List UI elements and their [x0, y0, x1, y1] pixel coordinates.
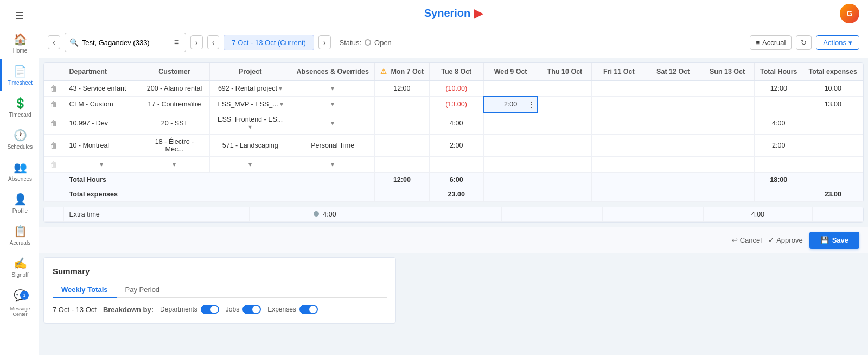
- absences-dropdown-icon[interactable]: ▾: [331, 100, 334, 108]
- breakdown-label: Breakdown by:: [103, 306, 154, 314]
- dept-empty[interactable]: ▾: [63, 157, 139, 173]
- summary-row: 7 Oct - 13 Oct Breakdown by: Departments…: [53, 305, 387, 314]
- employee-search-input[interactable]: Test, Gagandev (333): [82, 39, 169, 47]
- abs-empty[interactable]: ▾: [291, 157, 374, 173]
- proj-empty[interactable]: ▾: [209, 157, 291, 173]
- sidebar-item-absences[interactable]: 👥 Absences: [0, 155, 39, 187]
- tue-cell[interactable]: (10.00): [429, 80, 483, 97]
- absences-dropdown-icon[interactable]: ▾: [331, 85, 334, 92]
- app-logo: Synerion ▶: [424, 7, 483, 21]
- col-header-fri: Fri 11 Oct: [592, 63, 646, 80]
- thu-cell[interactable]: [538, 80, 592, 97]
- accrual-button[interactable]: ≡ Accrual: [750, 35, 792, 50]
- expenses-label: Expenses: [267, 306, 296, 313]
- total-expenses-cell: 13.00: [803, 97, 863, 112]
- accruals-icon: 📋: [14, 225, 27, 238]
- thu-cell[interactable]: [538, 135, 592, 157]
- save-button[interactable]: 💾 Save: [809, 232, 859, 249]
- tue-cell[interactable]: 2:00: [429, 135, 483, 157]
- delete-cell: 🗑: [44, 112, 63, 135]
- project-dropdown-icon[interactable]: ▾: [279, 85, 282, 92]
- sun-cell[interactable]: [700, 112, 755, 135]
- sidebar-item-profile[interactable]: 👤 Profile: [0, 187, 39, 219]
- prev-employee-button[interactable]: ‹: [48, 35, 60, 49]
- mon-cell[interactable]: [374, 112, 429, 135]
- expenses-toggle[interactable]: [299, 305, 318, 314]
- department-cell: 43 - Service enfant: [63, 80, 139, 97]
- customer-cell: 17 - Contremaître: [139, 97, 210, 112]
- hamburger-menu[interactable]: ☰: [10, 4, 29, 27]
- project-dropdown-icon[interactable]: ▾: [280, 100, 283, 108]
- sidebar-item-messages[interactable]: 💬 1 Message Center: [0, 283, 39, 322]
- wed-cell[interactable]: [483, 80, 538, 97]
- sidebar-item-timesheet[interactable]: 📄 Timesheet: [0, 59, 39, 91]
- status-dot-icon: [365, 39, 371, 46]
- table-row: 🗑 CTM - Custom 17 - Contremaître ESS_MVP…: [44, 97, 863, 112]
- jobs-toggle[interactable]: [242, 305, 261, 314]
- delete-row-button[interactable]: 🗑: [50, 141, 58, 150]
- sidebar-item-schedules[interactable]: 🕐 Schedules: [0, 123, 39, 155]
- mon-cell[interactable]: [374, 97, 429, 112]
- tue-cell[interactable]: 4:00: [429, 112, 483, 135]
- dept-dropdown-icon[interactable]: ▾: [100, 161, 103, 168]
- project-dropdown-icon[interactable]: ▾: [248, 123, 252, 131]
- sidebar-item-accruals[interactable]: 📋 Accruals: [0, 219, 39, 251]
- approve-button[interactable]: ✓ Approve: [768, 236, 802, 244]
- timesheet-icon: 📄: [14, 65, 27, 78]
- sat-cell[interactable]: [646, 97, 700, 112]
- sun-cell[interactable]: [700, 97, 755, 112]
- col-header-total-expenses: Total expenses: [803, 63, 863, 80]
- delete-row-button-empty[interactable]: 🗑: [50, 160, 58, 169]
- sun-cell[interactable]: [700, 135, 755, 157]
- delete-row-button[interactable]: 🗑: [50, 84, 58, 93]
- abs-dropdown-icon[interactable]: ▾: [331, 161, 334, 168]
- sidebar-label-messages: Message Center: [5, 306, 35, 317]
- fri-cell[interactable]: [592, 80, 646, 97]
- thu-cell[interactable]: [538, 112, 592, 135]
- cust-empty[interactable]: ▾: [139, 157, 210, 173]
- sidebar-label-home: Home: [13, 48, 28, 54]
- absences-cell: ▾: [291, 112, 374, 135]
- tab-pay-period[interactable]: Pay Period: [117, 282, 169, 298]
- extra-time-table: Extra time 4:00 4:00: [44, 207, 863, 222]
- cust-dropdown-icon[interactable]: ▾: [173, 161, 176, 168]
- sat-cell[interactable]: [646, 80, 700, 97]
- wed-cell[interactable]: [483, 135, 538, 157]
- tab-weekly-totals[interactable]: Weekly Totals: [53, 282, 117, 298]
- warning-icon: ⚠: [380, 68, 387, 75]
- sidebar-item-timecard[interactable]: 💲 Timecard: [0, 91, 39, 123]
- delete-row-button[interactable]: 🗑: [50, 100, 58, 109]
- tue-cell[interactable]: (13.00): [429, 97, 483, 112]
- user-avatar[interactable]: G: [840, 4, 859, 23]
- fri-cell[interactable]: [592, 97, 646, 112]
- delete-cell: 🗑: [44, 135, 63, 157]
- mon-cell[interactable]: 12:00: [374, 80, 429, 97]
- delete-row-button[interactable]: 🗑: [50, 119, 58, 128]
- project-cell: 692 - Rental project ▾: [209, 80, 291, 97]
- cell-options-icon[interactable]: ⋮: [528, 100, 535, 109]
- absences-dropdown-icon[interactable]: ▾: [331, 119, 334, 127]
- sat-cell[interactable]: [646, 112, 700, 135]
- proj-dropdown-icon[interactable]: ▾: [248, 161, 252, 168]
- filter-icon[interactable]: ≡: [172, 35, 181, 49]
- wed-cell[interactable]: [483, 112, 538, 135]
- wed-cell-selected[interactable]: 2:00 ⋮: [483, 97, 538, 112]
- sun-cell[interactable]: [700, 80, 755, 97]
- actions-button[interactable]: Actions ▾: [816, 35, 859, 50]
- cancel-button[interactable]: ↩ Cancel: [732, 236, 762, 244]
- fri-cell[interactable]: [592, 112, 646, 135]
- next-week-nav-button[interactable]: ›: [318, 35, 331, 49]
- next-week-button[interactable]: ›: [190, 35, 203, 49]
- thu-cell[interactable]: [538, 97, 592, 112]
- sidebar-item-home[interactable]: 🏠 Home: [0, 27, 39, 59]
- col-header-project: Project: [209, 63, 291, 80]
- fri-cell[interactable]: [592, 135, 646, 157]
- sidebar-item-signoff[interactable]: ✍️ Signoff: [0, 251, 39, 283]
- prev-week-button[interactable]: ‹: [207, 35, 220, 49]
- mon-cell[interactable]: [374, 135, 429, 157]
- customer-cell: 18 - Électro - Méc...: [139, 135, 210, 157]
- refresh-button[interactable]: ↻: [796, 35, 812, 50]
- sidebar-label-schedules: Schedules: [8, 144, 33, 150]
- departments-toggle[interactable]: [201, 305, 219, 314]
- sat-cell[interactable]: [646, 135, 700, 157]
